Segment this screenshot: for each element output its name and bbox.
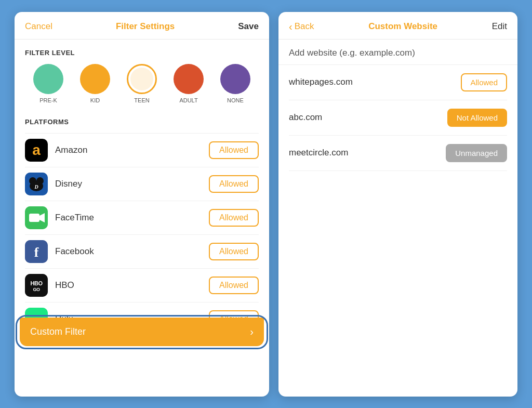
back-label: Back	[295, 21, 314, 32]
custom-filter-button[interactable]: Custom Filter ›	[20, 318, 264, 346]
prek-circle[interactable]	[33, 64, 63, 94]
hbo-status-button[interactable]: Allowed	[209, 277, 259, 294]
custom-filter-label: Custom Filter	[30, 326, 86, 337]
platforms-label: PLATFORMS	[25, 118, 259, 126]
kid-circle[interactable]	[80, 64, 110, 94]
facebook-icon: f	[25, 240, 48, 263]
custom-filter-arrow-icon: ›	[250, 326, 254, 338]
svg-rect-6	[29, 214, 39, 222]
svg-text:f: f	[34, 245, 39, 260]
save-button[interactable]: Save	[238, 21, 259, 32]
list-item: FaceTime Allowed	[25, 201, 259, 234]
custom-website-screen: ‹ Back Custom Website Edit Add website (…	[278, 12, 517, 397]
facebook-status-button[interactable]: Allowed	[209, 243, 259, 260]
filter-level-none[interactable]: NONE	[220, 64, 250, 103]
filter-settings-screen: Cancel Filter Settings Save FILTER LEVEL…	[15, 12, 269, 397]
teen-circle[interactable]	[127, 64, 157, 94]
svg-text:GO: GO	[33, 287, 40, 292]
kid-label: KID	[90, 97, 100, 103]
website-domain-1: abc.com	[289, 112, 322, 123]
amazon-icon: a	[25, 139, 48, 162]
facetime-icon	[25, 206, 48, 229]
disney-status-button[interactable]: Allowed	[209, 175, 259, 193]
filter-level-label: FILTER LEVEL	[25, 49, 259, 57]
filter-level-teen[interactable]: TEEN	[127, 64, 157, 103]
back-chevron-icon: ‹	[289, 21, 292, 32]
list-item: a Amazon Allowed	[25, 133, 259, 167]
svg-text:HBO: HBO	[31, 280, 43, 286]
meetcircle-status-button[interactable]: Unmanaged	[446, 144, 507, 162]
whitepages-status-button[interactable]: Allowed	[461, 73, 507, 91]
platform-name-hbo: HBO	[55, 280, 209, 291]
platform-name-facebook: Facebook	[55, 246, 209, 257]
right-header: ‹ Back Custom Website Edit	[278, 12, 517, 40]
filter-settings-title: Filter Settings	[116, 21, 175, 32]
abc-status-button[interactable]: Not Allowed	[447, 109, 507, 127]
website-domain-0: whitepages.com	[289, 77, 353, 87]
list-item: abc.com Not Allowed	[289, 100, 507, 136]
platforms-section: PLATFORMS a Amazon Allowed	[15, 113, 269, 336]
platform-name-amazon: Amazon	[55, 145, 209, 155]
list-item: f Facebook Allowed	[25, 234, 259, 268]
platform-name-disney: Disney	[55, 179, 209, 189]
edit-button[interactable]: Edit	[492, 21, 507, 32]
custom-website-title: Custom Website	[368, 21, 437, 32]
prek-label: PRE-K	[39, 97, 57, 103]
list-item: whitepages.com Allowed	[289, 65, 507, 100]
none-label: NONE	[227, 97, 244, 103]
filter-level-adult[interactable]: ADULT	[174, 64, 204, 103]
filter-level-section: FILTER LEVEL PRE-K KID TEEN ADULT	[15, 40, 269, 113]
adult-circle[interactable]	[174, 64, 204, 94]
filter-level-kid[interactable]: KID	[80, 64, 110, 103]
filter-circles: PRE-K KID TEEN ADULT NONE	[25, 64, 259, 103]
svg-text:D: D	[34, 184, 38, 190]
list-item: D Disney Allowed	[25, 167, 259, 201]
platform-list: a Amazon Allowed D	[25, 133, 259, 336]
list-item: HBO GO HBO Allowed	[25, 268, 259, 302]
none-circle[interactable]	[220, 64, 250, 94]
list-item: meetcircle.com Unmanaged	[289, 136, 507, 171]
website-domain-2: meetcircle.com	[289, 148, 348, 158]
left-header: Cancel Filter Settings Save	[15, 12, 269, 40]
hbo-icon: HBO GO	[25, 274, 48, 297]
back-button[interactable]: ‹ Back	[289, 21, 314, 32]
cancel-button[interactable]: Cancel	[25, 21, 52, 32]
adult-label: ADULT	[179, 97, 197, 103]
platform-name-facetime: FaceTime	[55, 213, 209, 223]
filter-level-prek[interactable]: PRE-K	[33, 64, 63, 103]
disney-icon: D	[25, 173, 48, 195]
amazon-status-button[interactable]: Allowed	[209, 141, 259, 159]
add-website-hint[interactable]: Add website (e.g. example.com)	[278, 40, 517, 65]
teen-label: TEEN	[134, 97, 149, 103]
facetime-status-button[interactable]: Allowed	[209, 209, 259, 227]
website-list: whitepages.com Allowed abc.com Not Allow…	[278, 65, 517, 171]
